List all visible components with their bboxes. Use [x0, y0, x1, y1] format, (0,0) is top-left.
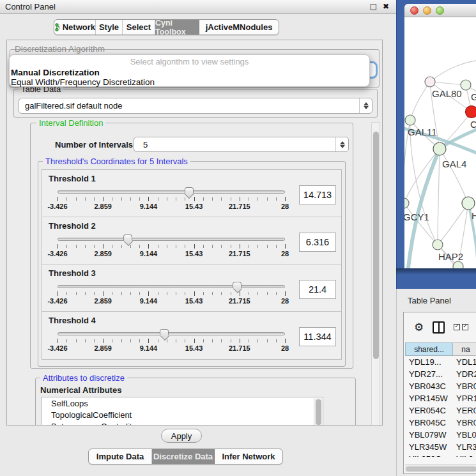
tab-cyni-toolbox[interactable]: Cyni Toolbox: [155, 20, 199, 35]
gear-icon[interactable]: ⚙: [414, 322, 424, 333]
scrollbar-thumb[interactable]: [373, 132, 379, 359]
tick-label: 9.144: [132, 250, 164, 257]
list-item[interactable]: TopologicalCoefficient: [42, 409, 323, 420]
table-row[interactable]: YDR27...YDR2: [405, 368, 476, 380]
tick-mark: [85, 245, 86, 248]
threshold-slider[interactable]: -3.4262.8599.14415.4321.71528: [58, 235, 289, 261]
tab-network[interactable]: Network: [54, 20, 96, 35]
network-canvas[interactable]: GAL80GACGAL11GAL4GCY1HHAP2: [404, 17, 476, 268]
network-edge[interactable]: [430, 60, 476, 82]
tick-mark: [257, 339, 258, 342]
tab-style[interactable]: Style: [96, 20, 123, 35]
table-row[interactable]: YLR345WYLR3: [405, 441, 476, 453]
float-window-icon[interactable]: □: [370, 2, 377, 11]
scrollbar-thumb[interactable]: [316, 399, 321, 425]
network-edge[interactable]: [438, 203, 468, 245]
tick-mark: [85, 292, 86, 295]
threshold-value-field[interactable]: 14.713: [299, 185, 336, 204]
tab-impute-data[interactable]: Impute Data: [89, 449, 152, 464]
network-edge[interactable]: [438, 149, 440, 245]
slider-track[interactable]: [58, 285, 285, 288]
network-node[interactable]: [466, 106, 476, 118]
network-node[interactable]: [461, 80, 471, 90]
table-row[interactable]: YDL19...YDL1: [405, 356, 476, 368]
table-header-row: shared... na: [405, 342, 476, 356]
slider-track[interactable]: [58, 332, 285, 335]
tick-mark: [231, 339, 231, 342]
column-header-name[interactable]: na: [453, 342, 476, 356]
panel-tab-bar: Network Style Select Cyni Toolbox jActiv…: [54, 19, 279, 35]
horizontal-scrollbar[interactable]: [405, 464, 476, 472]
tab-select[interactable]: Select: [123, 20, 155, 35]
tick-mark: [203, 339, 204, 342]
threshold-value-field[interactable]: 21.4: [299, 280, 336, 299]
table-cell: YBL079W: [405, 429, 453, 441]
threshold-value-field[interactable]: 6.316: [299, 233, 336, 252]
network-node[interactable]: [433, 142, 446, 155]
threshold-slider[interactable]: -3.4262.8599.14415.4321.71528: [58, 330, 289, 355]
network-node[interactable]: [405, 115, 415, 125]
network-edge[interactable]: [408, 149, 440, 268]
column-header-shared-name[interactable]: shared...: [405, 342, 453, 356]
network-edge[interactable]: [440, 149, 468, 203]
table-cell: YDL19...: [405, 356, 453, 368]
network-node[interactable]: [462, 197, 475, 210]
attributes-group-title: Attributes to discretize: [40, 373, 127, 383]
threshold-value-field[interactable]: 11.344: [299, 327, 336, 346]
tick-mark: [112, 339, 112, 342]
slider-thumb[interactable]: [233, 282, 242, 288]
numerical-attributes-list[interactable]: SelfLoops TopologicalCoefficient Between…: [41, 397, 323, 426]
tick-mark: [231, 292, 231, 295]
scrollbar-thumb[interactable]: [406, 466, 476, 472]
table-cell: YER0: [453, 404, 476, 417]
list-item[interactable]: BetweennessCentrality: [42, 420, 323, 426]
slider-thumb[interactable]: [123, 234, 132, 241]
network-node[interactable]: [425, 77, 435, 87]
tick-label: 21.715: [224, 344, 256, 352]
table-row[interactable]: YIL052CYIL0: [405, 453, 476, 457]
zoom-traffic-light-icon[interactable]: [436, 6, 444, 15]
tab-jactivemnodules[interactable]: jActiveMNodules: [199, 20, 279, 35]
slider-track[interactable]: [58, 190, 285, 194]
list-scrollbar[interactable]: [314, 398, 322, 426]
close-window-icon[interactable]: ✖: [383, 2, 389, 11]
threshold-label: Threshold 1: [49, 174, 96, 183]
tick-mark: [240, 197, 240, 201]
table-panel: Table Panel ⚙ shared... na YDL19...YDL1Y…: [396, 289, 476, 476]
table-row[interactable]: YBR043CYBR0: [405, 380, 476, 392]
table-row[interactable]: YPR145WYPR1: [405, 392, 476, 404]
checkbox-icon[interactable]: [454, 324, 460, 330]
minimize-traffic-light-icon[interactable]: [423, 6, 431, 15]
dropdown-item-equal-width-frequency[interactable]: Equal Width/Frequency Discretization: [11, 77, 155, 87]
checkbox-icon[interactable]: [462, 324, 468, 330]
slider-thumb[interactable]: [185, 187, 194, 194]
network-node[interactable]: [433, 240, 443, 250]
network-node[interactable]: [404, 198, 409, 208]
tab-label: Style: [99, 22, 119, 32]
close-traffic-light-icon[interactable]: [410, 6, 418, 15]
table-data-combobox[interactable]: galFiltered.sif default node: [19, 98, 372, 114]
tab-infer-network[interactable]: Infer Network: [215, 449, 282, 464]
split-view-icon[interactable]: [433, 321, 445, 334]
tick-mark: [176, 245, 176, 248]
apply-button[interactable]: Apply: [161, 429, 202, 443]
column-visibility-icons[interactable]: [454, 324, 468, 330]
list-item[interactable]: SelfLoops: [42, 397, 323, 409]
network-edge[interactable]: [404, 203, 438, 245]
network-node[interactable]: [453, 261, 463, 268]
tick-mark: [257, 292, 258, 295]
slider-thumb[interactable]: [160, 329, 169, 335]
network-edge[interactable]: [410, 82, 430, 120]
slider-track[interactable]: [58, 238, 285, 241]
threshold-slider[interactable]: -3.4262.8599.14415.4321.71528: [58, 188, 289, 213]
tab-discretize-data[interactable]: Discretize Data: [152, 449, 215, 464]
dropdown-item-manual-discretization[interactable]: Manual Discretization: [11, 68, 100, 77]
table-row[interactable]: YBR045CYBR0: [405, 417, 476, 429]
threshold-slider[interactable]: -3.4262.8599.14415.4321.71528: [58, 282, 289, 308]
table-cell: YLR3: [453, 441, 476, 453]
table-row[interactable]: YER054CYER0: [405, 404, 476, 417]
table-row[interactable]: YBL079WYBL0: [405, 429, 476, 441]
panel-scrollbar[interactable]: [371, 122, 380, 426]
number-of-intervals-combobox[interactable]: 5: [134, 137, 349, 152]
discretization-algorithm-title: Discretization Algorithm: [15, 44, 105, 54]
